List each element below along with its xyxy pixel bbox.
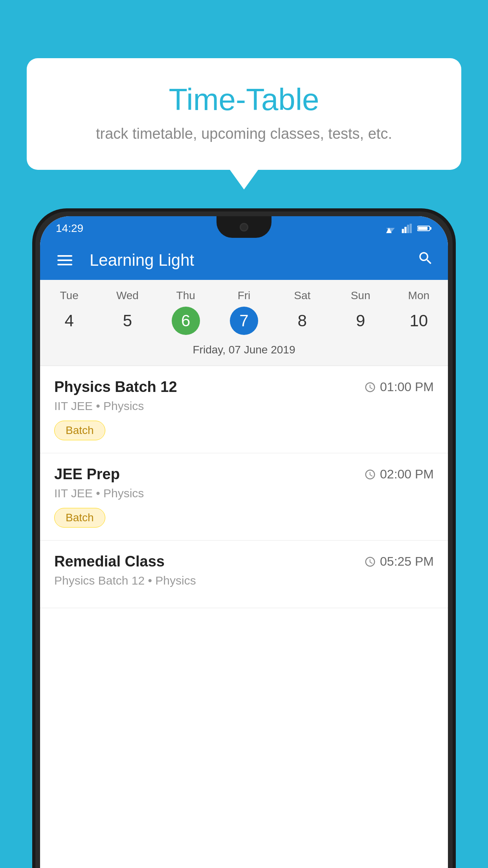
speech-bubble-arrow	[230, 170, 258, 189]
status-notch	[216, 216, 272, 238]
phone-frame: 14:29 ▲	[32, 208, 456, 868]
day-header-sat: Sat	[273, 289, 331, 302]
schedule-item-1-header: Physics Batch 12 01:00 PM	[54, 379, 434, 395]
day-numbers: 4 5 6 7 8 9 10	[40, 307, 448, 335]
schedule-time-3: 05:25 PM	[364, 554, 434, 569]
schedule-title-3: Remedial Class	[54, 553, 165, 570]
speech-bubble-title: Time-Table	[58, 82, 430, 118]
day-header-wed: Wed	[98, 289, 156, 302]
svg-rect-6	[410, 224, 412, 233]
camera-dot	[240, 223, 248, 232]
svg-rect-3	[402, 229, 404, 233]
schedule-subtitle-1: IIT JEE • Physics	[54, 399, 434, 413]
day-headers: Tue Wed Thu Fri Sat Sun Mon	[40, 289, 448, 302]
svg-rect-8	[430, 227, 431, 230]
app-title: Learning Light	[90, 251, 417, 270]
day-5[interactable]: 5	[113, 307, 141, 335]
day-6-today[interactable]: 6	[172, 307, 200, 335]
svg-rect-9	[418, 227, 427, 230]
schedule-time-2: 02:00 PM	[364, 467, 434, 482]
schedule-item-3[interactable]: Remedial Class 05:25 PM Physics Batch 12…	[40, 541, 448, 608]
clock-icon-3	[364, 556, 376, 568]
svg-text:▲: ▲	[384, 224, 394, 233]
menu-line-1	[57, 255, 72, 257]
schedule-list: Physics Batch 12 01:00 PM IIT JEE • Phys…	[40, 366, 448, 608]
schedule-item-2-header: JEE Prep 02:00 PM	[54, 466, 434, 483]
batch-badge-2: Batch	[54, 508, 105, 528]
day-header-fri: Fri	[215, 289, 273, 302]
schedule-time-1: 01:00 PM	[364, 380, 434, 394]
day-4[interactable]: 4	[55, 307, 83, 335]
day-7-selected[interactable]: 7	[230, 307, 258, 335]
wifi-icon: ▲	[384, 224, 397, 233]
schedule-subtitle-3: Physics Batch 12 • Physics	[54, 574, 434, 587]
signal-icon	[402, 224, 413, 233]
speech-bubble-container: Time-Table track timetable, upcoming cla…	[27, 58, 461, 189]
status-icons: ▲	[384, 224, 432, 233]
day-8[interactable]: 8	[288, 307, 316, 335]
day-header-sun: Sun	[331, 289, 389, 302]
phone-screen: 14:29 ▲	[40, 216, 448, 868]
schedule-title-1: Physics Batch 12	[54, 379, 177, 395]
search-icon[interactable]	[417, 250, 434, 270]
phone-inner: 14:29 ▲	[35, 211, 453, 868]
svg-rect-4	[404, 227, 406, 233]
calendar-strip: Tue Wed Thu Fri Sat Sun Mon 4 5 6 7 8 9 …	[40, 280, 448, 366]
menu-line-3	[57, 264, 72, 265]
day-header-tue: Tue	[40, 289, 98, 302]
day-header-thu: Thu	[157, 289, 215, 302]
menu-line-2	[57, 259, 72, 261]
schedule-item-3-header: Remedial Class 05:25 PM	[54, 553, 434, 570]
speech-bubble-subtitle: track timetable, upcoming classes, tests…	[58, 125, 430, 142]
schedule-subtitle-2: IIT JEE • Physics	[54, 487, 434, 500]
schedule-item-2[interactable]: JEE Prep 02:00 PM IIT JEE • Physics Batc…	[40, 453, 448, 541]
schedule-title-2: JEE Prep	[54, 466, 120, 483]
day-9[interactable]: 9	[347, 307, 375, 335]
selected-date: Friday, 07 June 2019	[40, 340, 448, 362]
schedule-item-1[interactable]: Physics Batch 12 01:00 PM IIT JEE • Phys…	[40, 366, 448, 453]
speech-bubble: Time-Table track timetable, upcoming cla…	[27, 58, 461, 170]
clock-icon-1	[364, 381, 376, 393]
menu-button[interactable]	[54, 252, 75, 268]
batch-badge-1: Batch	[54, 421, 105, 440]
day-header-mon: Mon	[390, 289, 448, 302]
clock-icon-2	[364, 469, 376, 480]
status-time: 14:29	[56, 222, 83, 235]
svg-rect-5	[407, 225, 409, 233]
app-bar: Learning Light	[40, 241, 448, 280]
battery-icon	[417, 224, 432, 233]
status-bar: 14:29 ▲	[40, 216, 448, 241]
day-10[interactable]: 10	[405, 307, 433, 335]
